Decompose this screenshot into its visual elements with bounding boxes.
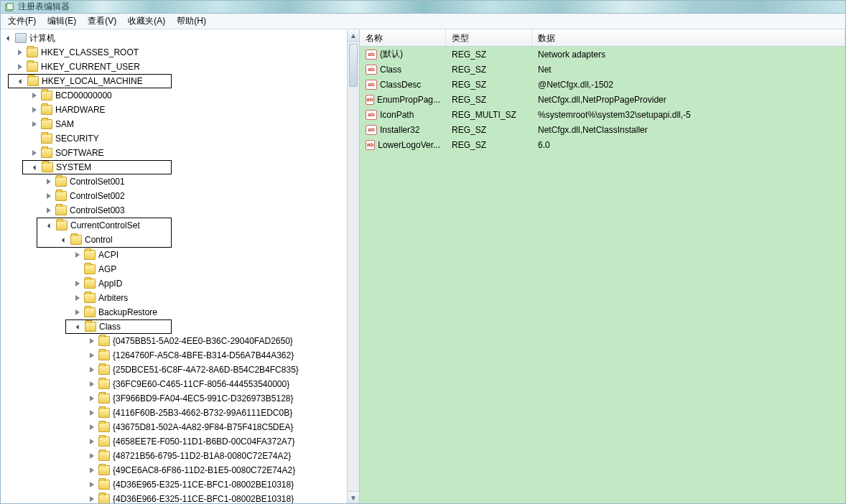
registry-tree[interactable]: 计算机 HKEY_CLASSES_ROOT HKEY_CURRENT_USER <box>1 29 347 503</box>
tree-ccs[interactable]: CurrentControlSet <box>37 218 171 233</box>
tree-vertical-scrollbar[interactable]: ▲ ▼ <box>347 29 359 503</box>
expander-icon[interactable] <box>73 322 83 332</box>
expander-icon[interactable] <box>73 307 83 317</box>
tree-class-guid[interactable]: {4658EE7E-F050-11D1-B6BD-00C04FA372A7} <box>2 434 347 449</box>
expander-icon[interactable] <box>29 105 39 115</box>
tree-class-guid[interactable]: {4D36E966-E325-11CE-BFC1-08002BE10318} <box>2 492 347 503</box>
expander-icon[interactable] <box>73 293 83 303</box>
list-row[interactable]: abInstaller32REG_SZNetCfgx.dll,NetClassI… <box>360 122 845 137</box>
tree-label: ACPI <box>98 250 123 260</box>
string-value-icon: ab <box>366 110 377 120</box>
tree-class-guid[interactable]: {49CE6AC8-6F86-11D2-B1E5-0080C72E74A2} <box>2 463 347 477</box>
value-name: LowerLogoVer... <box>378 140 440 150</box>
folder-icon <box>27 47 38 57</box>
tree-class[interactable]: Class <box>65 319 172 334</box>
expander-icon[interactable] <box>29 90 39 101</box>
tree-cs3[interactable]: ControlSet003 <box>2 203 347 218</box>
expander-icon[interactable] <box>16 76 26 86</box>
expander-icon[interactable] <box>87 379 97 389</box>
tree-hklm[interactable]: HKEY_LOCAL_MACHINE <box>8 74 172 88</box>
tree-acpi[interactable]: ACPI <box>2 248 347 262</box>
expander-icon[interactable] <box>87 480 97 490</box>
expander-icon[interactable] <box>87 408 97 418</box>
folder-icon <box>98 365 110 375</box>
expander-icon[interactable] <box>29 119 39 129</box>
tree-class-guid[interactable]: {1264760F-A5C8-4BFE-B314-D56A7B44A362} <box>2 348 347 363</box>
list-row[interactable]: abLowerLogoVer...REG_SZ6.0 <box>360 137 845 152</box>
list-row[interactable]: ab(默认)REG_SZNetwork adapters <box>360 47 845 62</box>
value-data: %systemroot%\system32\setupapi.dll,-5 <box>532 110 845 120</box>
tree-class-guid[interactable]: {0475BB51-5A02-4EE0-B36C-29040FAD2650} <box>2 334 347 348</box>
tree-appid[interactable]: AppID <box>2 276 347 291</box>
tree-system[interactable]: SYSTEM <box>22 160 172 174</box>
window-title: 注册表编辑器 <box>18 1 70 13</box>
tree-cs1[interactable]: ControlSet001 <box>2 174 347 189</box>
tree-control[interactable]: Control <box>37 233 171 247</box>
header-type[interactable]: 类型 <box>446 29 532 46</box>
tree-class-guid[interactable]: {3F966BD9-FA04-4EC5-991C-D326973B5128} <box>2 391 347 406</box>
list-row[interactable]: abClassDescREG_SZ@NetCfgx.dll,-1502 <box>360 77 845 92</box>
expander-icon[interactable] <box>15 62 25 72</box>
header-data[interactable]: 数据 <box>532 29 845 46</box>
tree-arbiters[interactable]: Arbiters <box>2 291 347 305</box>
expander-icon[interactable] <box>87 393 97 403</box>
expander-icon[interactable] <box>87 365 97 375</box>
tree-hkcu[interactable]: HKEY_CURRENT_USER <box>2 60 347 74</box>
list-row[interactable]: abIconPathREG_MULTI_SZ%systemroot%\syste… <box>360 107 845 122</box>
folder-icon <box>85 322 96 332</box>
expander-icon[interactable] <box>29 148 39 158</box>
tree-hkcr[interactable]: HKEY_CLASSES_ROOT <box>2 45 347 60</box>
scroll-thumb[interactable] <box>349 44 358 87</box>
tree-security[interactable]: SECURITY <box>2 131 347 146</box>
expander-icon[interactable] <box>15 47 25 57</box>
menu-view[interactable]: 查看(V) <box>83 14 121 29</box>
tree-class-guid[interactable]: {43675D81-502A-4A82-9F84-B75F418C5DEA} <box>2 420 347 434</box>
header-name[interactable]: 名称 <box>360 29 446 46</box>
folder-icon <box>98 494 110 503</box>
menu-help[interactable]: 帮助(H) <box>172 14 210 29</box>
values-list[interactable]: ab(默认)REG_SZNetwork adaptersabClassREG_S… <box>360 47 845 503</box>
expander-icon[interactable] <box>4 33 14 43</box>
value-type: REG_SZ <box>446 125 532 135</box>
expander-icon[interactable] <box>73 279 83 289</box>
tree-class-guid[interactable]: {48721B56-6795-11D2-B1A8-0080C72E74A2} <box>2 449 347 463</box>
expander-icon[interactable] <box>87 350 97 360</box>
tree-cs2[interactable]: ControlSet002 <box>2 189 347 203</box>
tree-sam[interactable]: SAM <box>2 117 347 131</box>
list-row[interactable]: abClassREG_SZNet <box>360 62 845 77</box>
expander-icon[interactable] <box>73 250 83 260</box>
value-type: REG_SZ <box>446 50 532 60</box>
menu-edit[interactable]: 编辑(E) <box>43 14 80 29</box>
expander-icon[interactable] <box>45 220 55 230</box>
expander-icon[interactable] <box>59 235 69 245</box>
expander-icon[interactable] <box>87 451 97 461</box>
tree-class-guid[interactable]: {36FC9E60-C465-11CF-8056-444553540000} <box>2 377 347 391</box>
expander-icon[interactable] <box>44 177 54 187</box>
expander-icon[interactable] <box>87 437 97 447</box>
tree-software[interactable]: SOFTWARE <box>2 146 347 160</box>
tree-class-guid[interactable]: {25DBCE51-6C8F-4A72-8A6D-B54C2B4FC835} <box>2 363 347 377</box>
list-row[interactable]: abEnumPropPag...REG_SZNetCfgx.dll,NetPro… <box>360 92 845 107</box>
expander-icon[interactable] <box>44 205 54 215</box>
tree-root[interactable]: 计算机 <box>2 31 347 45</box>
expander-icon[interactable] <box>30 162 40 172</box>
scroll-up-button[interactable]: ▲ <box>348 29 359 42</box>
expander-icon[interactable] <box>87 494 97 503</box>
tree-hardware[interactable]: HARDWARE <box>2 103 347 117</box>
value-type: REG_SZ <box>446 140 532 150</box>
value-name: ClassDesc <box>380 80 421 90</box>
folder-icon <box>98 465 110 475</box>
scroll-down-button[interactable]: ▼ <box>348 491 359 503</box>
tree-class-guid[interactable]: {4116F60B-25B3-4662-B732-99A6111EDC0B} <box>2 406 347 420</box>
menu-favorites[interactable]: 收藏夹(A) <box>124 14 169 29</box>
expander-icon[interactable] <box>87 336 97 346</box>
expander-icon[interactable] <box>44 191 54 201</box>
tree-bcd[interactable]: BCD00000000 <box>2 88 347 103</box>
tree-backuprestore[interactable]: BackupRestore <box>2 305 347 319</box>
menu-file[interactable]: 文件(F) <box>4 14 40 29</box>
expander-icon[interactable] <box>87 422 97 432</box>
tree-agp[interactable]: AGP <box>2 262 347 276</box>
tree-class-guid[interactable]: {4D36E965-E325-11CE-BFC1-08002BE10318} <box>2 477 347 492</box>
tree-label: {4D36E966-E325-11CE-BFC1-08002BE10318} <box>113 494 298 503</box>
expander-icon[interactable] <box>87 465 97 475</box>
